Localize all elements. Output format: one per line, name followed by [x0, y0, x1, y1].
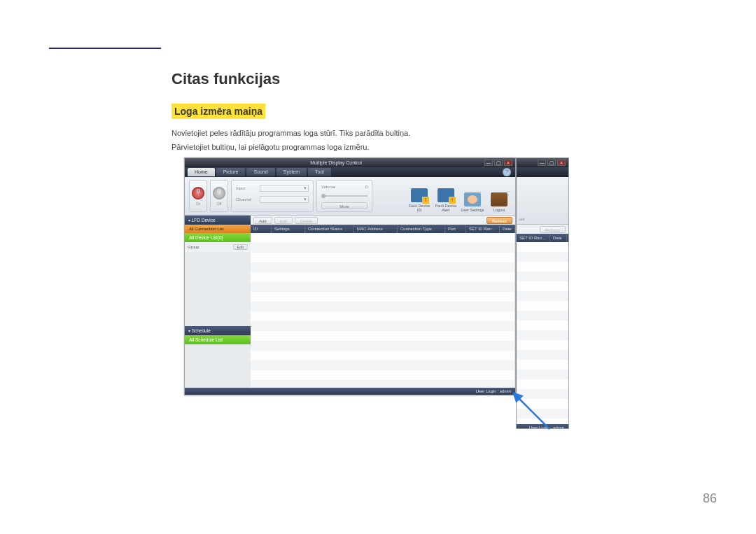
- grid-body: [251, 233, 515, 388]
- menubar: Home Picture Sound System Tool ?: [185, 167, 515, 177]
- ribbon: On Off Input Channel Volume 0: [185, 177, 515, 216]
- power-off-button[interactable]: Off: [210, 180, 228, 212]
- back-menubar: [517, 167, 568, 177]
- power-on-button[interactable]: On: [189, 180, 207, 212]
- volume-label: Volume: [321, 185, 335, 189]
- user-settings-label: User Settings: [461, 208, 484, 212]
- back-statusbar: User Login : admin: [517, 424, 568, 429]
- col-conn-status[interactable]: Connection Status: [305, 225, 354, 233]
- titlebar: Multiple Display Control — ▢ ×: [185, 158, 515, 167]
- section-heading: Loga izmēra maiņa: [172, 104, 265, 119]
- fault-alert-label: Fault Device Alert: [434, 204, 458, 212]
- input-panel: Input Channel: [231, 180, 314, 212]
- sidebar-group-edit-button[interactable]: Edit: [233, 244, 248, 250]
- refresh-button[interactable]: Refresh: [486, 217, 512, 224]
- edit-button[interactable]: Edit: [274, 217, 293, 224]
- sidebar-group-row: Group Edit: [185, 242, 251, 252]
- document-content: Citas funkcijas Loga izmēra maiņa Noviet…: [172, 70, 676, 155]
- back-titlebar: — ▢ ×: [517, 158, 568, 167]
- volume-slider[interactable]: [321, 195, 368, 197]
- sidebar-all-schedule[interactable]: All Schedule List: [185, 335, 251, 344]
- sidebar-all-device[interactable]: All Device List(0): [185, 233, 251, 242]
- sidebar-schedule-header[interactable]: Schedule: [185, 326, 251, 335]
- fault-device-label: Fault Device (0): [407, 204, 431, 212]
- monitor-alert-icon: [438, 188, 454, 202]
- tab-picture[interactable]: Picture: [216, 168, 246, 176]
- sidebar-group-label: Group: [188, 245, 200, 249]
- col-port[interactable]: Port: [445, 225, 466, 233]
- fault-alert-button[interactable]: Fault Device Alert: [434, 180, 458, 212]
- page-heading: Citas funkcijas: [172, 70, 676, 88]
- back-refresh-button[interactable]: Refresh: [540, 226, 566, 233]
- sidebar-all-connection[interactable]: All Connection List: [185, 225, 251, 233]
- col-id[interactable]: ID: [251, 225, 272, 233]
- back-close-button[interactable]: ×: [557, 160, 566, 166]
- back-ribbon: out: [517, 177, 568, 225]
- window-title: Multiple Display Control: [188, 160, 484, 165]
- power-on-label: On: [196, 202, 201, 206]
- back-grid-body: [517, 242, 568, 424]
- volume-panel: Volume 0 Mute: [316, 180, 372, 212]
- back-ribbon-label: out: [519, 217, 525, 221]
- back-maximize-button[interactable]: ▢: [547, 160, 556, 166]
- col-mac[interactable]: MAC Address: [354, 225, 398, 233]
- tab-sound[interactable]: Sound: [246, 168, 274, 176]
- page-number: 86: [703, 491, 717, 506]
- fault-device-button[interactable]: Fault Device (0): [407, 180, 431, 212]
- background-window: — ▢ × out Refresh SET ID Ran… Date User …: [516, 157, 569, 429]
- delete-button[interactable]: Delete: [295, 217, 318, 224]
- foreground-window: Multiple Display Control — ▢ × Home Pict…: [184, 157, 516, 395]
- volume-value: 0: [365, 185, 368, 189]
- tab-tool[interactable]: Tool: [308, 168, 331, 176]
- channel-select[interactable]: [260, 196, 309, 203]
- user-settings-button[interactable]: User Settings: [461, 180, 484, 212]
- header-rule: [49, 48, 161, 49]
- screenshot-illustration: — ▢ × out Refresh SET ID Ran… Date User …: [184, 157, 576, 430]
- back-col-setid: SET ID Ran…: [517, 234, 550, 242]
- sidebar: LFD Device All Connection List All Devic…: [185, 216, 251, 388]
- help-button[interactable]: ?: [503, 168, 511, 176]
- input-select[interactable]: [260, 185, 309, 192]
- minimize-button[interactable]: —: [484, 160, 493, 166]
- paragraph-2: Pārvietojiet bultiņu, lai pielāgotu prog…: [172, 141, 676, 154]
- monitor-warning-icon: [411, 188, 428, 202]
- back-grid-header: SET ID Ran… Date: [517, 234, 568, 242]
- maximize-button[interactable]: ▢: [494, 160, 503, 166]
- col-date[interactable]: Date: [500, 225, 515, 233]
- grid-toolbar: Add Edit Delete Refresh: [251, 216, 515, 225]
- user-icon: [464, 192, 481, 206]
- logout-label: Logout: [493, 208, 505, 212]
- grid-header: ID Settings Connection Status MAC Addres…: [251, 225, 515, 233]
- input-label: Input: [236, 186, 257, 190]
- statusbar: User Login : admin: [185, 388, 515, 395]
- col-settings[interactable]: Settings: [272, 225, 305, 233]
- paragraph-1: Novietojiet peles rādītāju programmas lo…: [172, 127, 676, 140]
- door-icon: [491, 192, 507, 206]
- tab-system[interactable]: System: [276, 168, 307, 176]
- power-icon: [192, 187, 204, 199]
- tab-home[interactable]: Home: [188, 168, 215, 176]
- logout-button[interactable]: Logout: [487, 180, 511, 212]
- close-button[interactable]: ×: [504, 160, 512, 166]
- back-toolbar: Refresh: [517, 225, 568, 234]
- main-panel: Add Edit Delete Refresh ID Settings Conn…: [251, 216, 515, 388]
- channel-label: Channel: [236, 197, 257, 202]
- power-off-label: Off: [217, 202, 222, 206]
- mute-button[interactable]: Mute: [321, 202, 368, 209]
- power-off-icon: [213, 187, 225, 199]
- back-col-date: Date: [550, 234, 567, 242]
- add-button[interactable]: Add: [253, 217, 272, 224]
- sidebar-lfd-header[interactable]: LFD Device: [185, 216, 251, 225]
- col-setid[interactable]: SET ID Ran…: [466, 225, 500, 233]
- back-minimize-button[interactable]: —: [538, 160, 546, 166]
- col-conn-type[interactable]: Connection Type: [398, 225, 445, 233]
